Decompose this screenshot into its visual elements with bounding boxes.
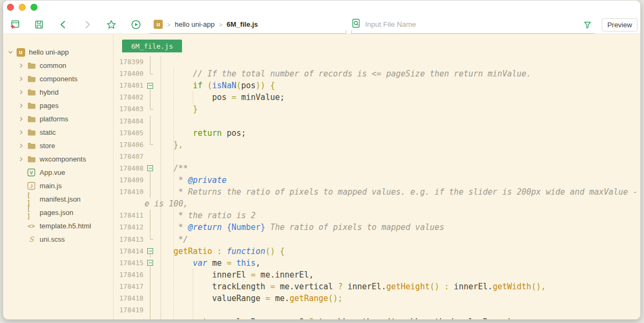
tree-item-components[interactable]: components [3,72,113,86]
code-token: return [193,128,222,138]
tree-item-pages[interactable]: pages [3,99,113,112]
file-tree: u hello uni-app commoncomponentshybridpa… [3,45,113,246]
star-icon[interactable] [106,19,117,30]
tree-item-common[interactable]: common [3,59,113,72]
code-line[interactable]: 178404 [113,116,640,127]
preview-button[interactable]: Preview [602,18,638,32]
forward-icon[interactable] [82,19,93,30]
chevron-right-icon[interactable] [18,143,24,148]
chevron-right-icon[interactable] [18,63,24,68]
code-line[interactable]: 178419 [113,304,640,316]
code-line[interactable]: 178410 * Returns the ratio of pixels to … [113,186,640,198]
code-token: @private [188,175,226,185]
code-token: * [178,175,188,185]
code-line[interactable]: 178415 var me = this, [113,257,640,269]
line-number: 178417 [113,281,143,293]
fold-toggle-icon[interactable] [147,260,153,266]
tree-item-uni-scss[interactable]: Suni.scss [3,233,113,246]
code-line[interactable]: 178420 return valueRange === 0 ? trackLe… [113,316,640,319]
tree-item-main-js[interactable]: Jmain.js [3,179,113,193]
fold-gutter [143,221,161,233]
tree-item-store[interactable]: store [3,139,113,152]
fold-toggle-icon[interactable] [147,83,153,89]
chevron-right-icon[interactable] [18,157,24,162]
back-icon[interactable] [58,19,69,30]
code-line[interactable]: 178414 getRatio : function() { [113,245,640,257]
code-token [164,128,193,138]
uniapp-logo-icon[interactable]: u [154,20,163,29]
code-line[interactable]: 178402 pos = minValue; [113,91,640,103]
code-token: ? [309,317,314,319]
line-number: 178414 [113,245,143,257]
code-token: = [251,270,256,280]
line-number: 178405 [113,127,143,139]
chevron-right-icon[interactable] [18,90,24,95]
editor-pane[interactable]: 6M_file.js 178399178400 // If the total … [113,35,640,319]
code-area[interactable]: 178399178400 // If the total number of r… [113,56,640,319]
fold-toggle-icon[interactable] [147,248,153,254]
tree-item-wxcomponents[interactable]: wxcomponents [3,152,113,166]
chevron-right-icon[interactable] [18,103,24,108]
tree-item-platforms[interactable]: platforms [3,112,113,126]
chevron-right-icon[interactable] [18,117,24,121]
file-tree-items: commoncomponentshybridpagesplatformsstat… [3,59,113,246]
code-token: = [270,282,275,291]
tree-item-pages-json[interactable]: [ ]pages.json [3,206,113,219]
tree-item-label: pages.json [40,209,73,217]
tree-item-hybrid[interactable]: hybrid [3,86,113,99]
zoom-button[interactable] [31,4,37,11]
code-line[interactable]: 178408 /** [113,163,640,174]
save-icon[interactable] [34,19,44,30]
folder-icon [27,89,36,96]
code-token: === [280,317,294,319]
tree-root-hello-uni-app[interactable]: u hello uni-app [3,45,113,59]
code-line[interactable]: 178405 return pos; [113,127,640,139]
code-line[interactable]: 178406 }, [113,139,640,151]
code-token: // If the total number of records is <= … [164,69,531,79]
code-line-wrap[interactable]: e is 100, [113,198,640,210]
line-number: 178419 [113,304,143,316]
code-line[interactable]: 178418 valueRange = me.getRange(); [113,293,640,304]
code-text: getRatio : function() { [164,245,285,257]
chevron-right-icon[interactable] [18,130,24,135]
code-token: * the ratio is 2 [178,211,256,220]
code-line[interactable]: 178403 } [113,103,640,115]
chevron-right-icon[interactable] [18,76,24,81]
filter-icon[interactable] [583,20,592,29]
code-line[interactable]: 178417 trackLength = me.vertical ? inner… [113,281,640,293]
code-token [164,175,178,185]
code-token: */ [178,235,188,244]
breadcrumb-project[interactable]: hello uni-app [175,20,214,28]
code-text: }, [164,139,183,151]
code-token [212,247,217,256]
code-line[interactable]: 178409 * @private [113,174,640,186]
tab-6m-file-js[interactable]: 6M_file.js [122,40,182,52]
tree-item-manifest-json[interactable]: [ ]manifest.json [3,193,113,206]
fold-toggle-icon[interactable] [147,165,153,171]
run-icon[interactable] [131,19,141,30]
breadcrumb-file[interactable]: 6M_file.js [226,20,258,28]
code-line[interactable]: 178399 [113,56,640,68]
code-token: (); [328,294,343,303]
code-line[interactable]: 178400 // If the total number of records… [113,68,640,80]
breadcrumb-underline-tick [346,30,346,34]
minimize-button[interactable] [19,4,26,11]
code-line[interactable]: 178412 * @return {Number} The ratio of p… [113,221,640,233]
tree-item-static[interactable]: static [3,126,113,139]
fold-gutter [143,151,161,163]
line-number: 178403 [113,103,143,115]
code-line[interactable]: 178413 */ [113,234,640,245]
line-number: 178406 [113,139,143,151]
close-button[interactable] [7,4,14,11]
tree-item-app-vue[interactable]: VApp.vue [3,166,113,179]
chevron-down-icon[interactable] [7,50,13,55]
tree-item-template-h5-html[interactable]: <>template.h5.html [3,219,113,233]
new-file-icon[interactable] [10,19,20,30]
search-input[interactable] [365,20,558,28]
tree-item-label: components [40,75,78,83]
code-line[interactable]: 178416 innerEl = me.innerEl, [113,269,640,281]
code-line[interactable]: 178411 * the ratio is 2 [113,210,640,221]
code-token: (trackLength / valueRange); [381,317,517,319]
code-line[interactable]: 178407 [113,151,640,163]
code-line[interactable]: 178401 if (isNaN(pos)) { [113,80,640,91]
